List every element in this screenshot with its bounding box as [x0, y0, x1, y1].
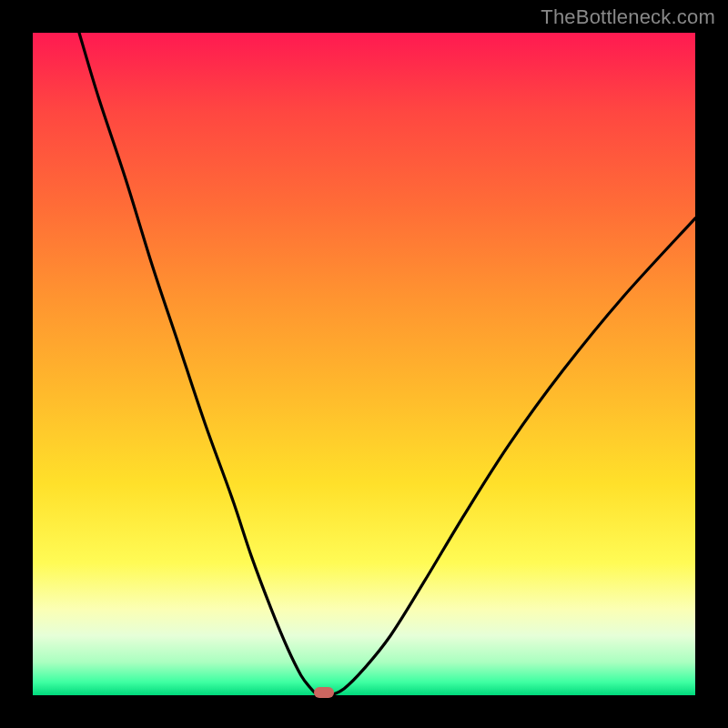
- chart-frame: TheBottleneck.com: [0, 0, 728, 728]
- optimal-point-marker: [314, 687, 334, 698]
- curve-left-branch: [79, 33, 318, 695]
- curve-right-branch: [331, 218, 695, 695]
- bottleneck-curve: [33, 33, 695, 695]
- watermark-text: TheBottleneck.com: [541, 5, 715, 29]
- plot-area: [33, 33, 695, 695]
